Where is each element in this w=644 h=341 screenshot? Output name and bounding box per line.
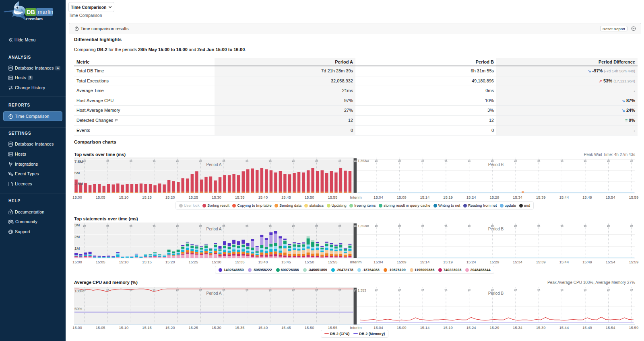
svg-text:15:44: 15:44 xyxy=(559,195,569,199)
svg-text:15:24: 15:24 xyxy=(466,195,476,199)
svg-text:1M: 1M xyxy=(74,246,80,250)
svg-text:5M: 5M xyxy=(74,170,80,175)
svg-text:15:44: 15:44 xyxy=(559,260,569,264)
svg-text:DB: DB xyxy=(27,9,35,15)
svg-text:15:24: 15:24 xyxy=(466,325,476,330)
svg-text:15:19: 15:19 xyxy=(443,325,453,330)
svg-text:15:40: 15:40 xyxy=(258,260,268,264)
svg-text:15:30: 15:30 xyxy=(212,260,221,264)
svg-text:15:45: 15:45 xyxy=(281,195,291,199)
svg-text:15:04: 15:04 xyxy=(374,325,383,330)
svg-text:15:50: 15:50 xyxy=(305,325,314,330)
svg-text:15:50: 15:50 xyxy=(305,260,314,264)
svg-text:15:09: 15:09 xyxy=(397,195,407,199)
svg-text:15:00: 15:00 xyxy=(72,195,82,199)
svg-text:15:19: 15:19 xyxy=(443,195,453,199)
svg-text:Interim: Interim xyxy=(350,325,361,330)
svg-text:15:20: 15:20 xyxy=(165,325,175,330)
svg-text:7.5M: 7.5M xyxy=(74,159,83,164)
svg-text:15:40: 15:40 xyxy=(258,325,268,330)
svg-text:15:55: 15:55 xyxy=(328,325,337,330)
svg-text:15:14: 15:14 xyxy=(420,195,429,199)
svg-text:15:54: 15:54 xyxy=(606,260,615,264)
svg-text:15:35: 15:35 xyxy=(235,325,245,330)
svg-text:1,353: 1,353 xyxy=(358,224,367,228)
svg-text:15:15: 15:15 xyxy=(142,325,152,330)
svg-text:15:29: 15:29 xyxy=(489,260,499,264)
svg-text:15:49: 15:49 xyxy=(582,260,592,264)
svg-text:Period A: Period A xyxy=(206,291,222,295)
svg-text:15:34: 15:34 xyxy=(513,195,522,199)
svg-text:15:44: 15:44 xyxy=(559,325,569,330)
svg-text:15:00: 15:00 xyxy=(72,325,82,330)
svg-text:15:45: 15:45 xyxy=(281,325,291,330)
svg-text:15:30: 15:30 xyxy=(212,195,221,199)
svg-text:15:39: 15:39 xyxy=(536,195,546,199)
svg-text:15:39: 15:39 xyxy=(536,260,546,264)
svg-text:15:29: 15:29 xyxy=(489,195,499,199)
svg-text:15:34: 15:34 xyxy=(513,325,522,330)
svg-text:15:14: 15:14 xyxy=(420,260,429,264)
svg-text:15:20: 15:20 xyxy=(165,195,175,199)
svg-text:15:09: 15:09 xyxy=(397,260,407,264)
svg-text:15:10: 15:10 xyxy=(119,195,128,199)
svg-text:15:25: 15:25 xyxy=(188,195,198,199)
svg-text:marlin: marlin xyxy=(38,9,54,15)
svg-text:15:05: 15:05 xyxy=(96,260,105,264)
svg-text:15:10: 15:10 xyxy=(119,325,128,330)
svg-text:15:04: 15:04 xyxy=(374,260,383,264)
svg-text:15:04: 15:04 xyxy=(374,195,383,199)
svg-text:15:00: 15:00 xyxy=(72,260,82,264)
svg-text:Premium: Premium xyxy=(26,16,43,21)
svg-text:15:35: 15:35 xyxy=(235,195,245,199)
svg-text:15:49: 15:49 xyxy=(582,195,592,199)
svg-text:Interim: Interim xyxy=(350,195,361,199)
svg-text:Interim: Interim xyxy=(350,260,361,264)
svg-text:15:19: 15:19 xyxy=(443,260,453,264)
svg-text:50%: 50% xyxy=(74,306,83,311)
svg-text:1,353: 1,353 xyxy=(358,288,367,292)
svg-text:15:39: 15:39 xyxy=(536,325,546,330)
svg-text:1,353: 1,353 xyxy=(358,158,367,162)
svg-text:2M: 2M xyxy=(74,234,80,238)
svg-text:15:59: 15:59 xyxy=(629,260,638,264)
svg-text:Period A: Period A xyxy=(206,162,222,167)
svg-text:15:34: 15:34 xyxy=(513,260,522,264)
svg-text:15:54: 15:54 xyxy=(606,195,615,199)
svg-text:15:14: 15:14 xyxy=(420,325,429,330)
svg-text:15:35: 15:35 xyxy=(235,260,245,264)
svg-text:Period B: Period B xyxy=(488,226,504,231)
svg-text:15:24: 15:24 xyxy=(466,260,476,264)
svg-text:15:55: 15:55 xyxy=(328,260,337,264)
svg-text:15:40: 15:40 xyxy=(258,195,268,199)
svg-text:15:45: 15:45 xyxy=(281,260,291,264)
svg-text:15:59: 15:59 xyxy=(629,325,638,330)
svg-text:15:59: 15:59 xyxy=(629,195,638,199)
svg-text:2.5M: 2.5M xyxy=(74,181,83,186)
svg-text:15:30: 15:30 xyxy=(212,325,221,330)
svg-text:Period A: Period A xyxy=(206,226,222,231)
svg-text:15:49: 15:49 xyxy=(582,325,592,330)
svg-text:15:10: 15:10 xyxy=(119,260,128,264)
svg-text:15:55: 15:55 xyxy=(328,195,337,199)
svg-text:15:15: 15:15 xyxy=(142,260,152,264)
svg-text:15:05: 15:05 xyxy=(96,325,105,330)
svg-text:Period B: Period B xyxy=(488,291,504,295)
svg-text:15:15: 15:15 xyxy=(142,195,152,199)
svg-text:15:50: 15:50 xyxy=(305,195,314,199)
svg-text:3M: 3M xyxy=(74,222,80,227)
svg-text:15:05: 15:05 xyxy=(96,195,105,199)
svg-text:15:25: 15:25 xyxy=(188,325,198,330)
svg-text:15:29: 15:29 xyxy=(489,325,499,330)
svg-text:15:25: 15:25 xyxy=(188,260,198,264)
svg-text:15:09: 15:09 xyxy=(397,325,407,330)
svg-text:15:20: 15:20 xyxy=(165,260,175,264)
svg-text:15:54: 15:54 xyxy=(606,325,615,330)
svg-text:Period B: Period B xyxy=(488,162,504,167)
